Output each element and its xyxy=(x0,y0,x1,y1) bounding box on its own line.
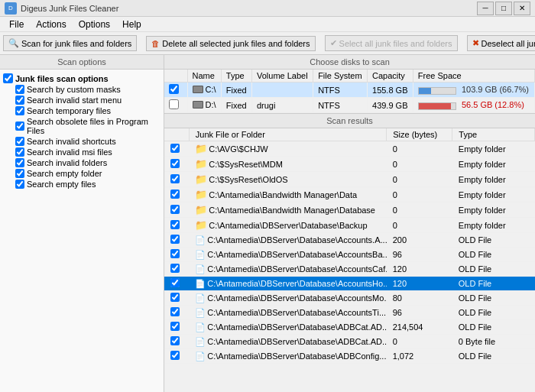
result-row-check[interactable] xyxy=(164,306,189,320)
disk-row[interactable]: C:\ Fixed NTFS 155.8 GB 103.9 GB (66.7%) xyxy=(164,83,535,98)
result-row-size: 120 xyxy=(387,262,452,277)
disk-header: Choose disks to scan xyxy=(164,55,535,70)
table-row[interactable]: 📄C:\Antamedia\DBServer\Database\Accounts… xyxy=(164,291,535,306)
app-title: Digeus Junk Files Cleaner xyxy=(21,4,118,13)
result-row-type: OLD File xyxy=(452,248,535,262)
menu-options[interactable]: Options xyxy=(73,18,116,31)
result-row-type: OLD File xyxy=(452,233,535,248)
result-row-size: 96 xyxy=(387,306,452,320)
deselect-all-button[interactable]: ✖ Deselect all junk files and folders xyxy=(467,35,535,51)
table-row[interactable]: 📄C:\Antamedia\DBServer\Database\Accounts… xyxy=(164,248,535,262)
result-row-size: 0 xyxy=(387,141,452,157)
file-icon: 📄 xyxy=(195,337,206,347)
table-row[interactable]: 📄C:\Antamedia\DBServer\Database\Accounts… xyxy=(164,262,535,277)
result-row-check[interactable] xyxy=(164,291,189,306)
table-row[interactable]: 📁C:\Antamedia\DBServer\Database\Backup 0… xyxy=(164,218,535,233)
close-button[interactable]: ✕ xyxy=(514,2,530,15)
result-row-type: OLD File xyxy=(452,277,535,291)
table-row[interactable]: 📁C:\$SysReset\MDM 0 Empty folder xyxy=(164,157,535,172)
table-row[interactable]: 📄C:\Antamedia\DBServer\Database\Accounts… xyxy=(164,306,535,320)
result-row-check[interactable] xyxy=(164,202,189,218)
option-invalid-shortcuts-checkbox[interactable] xyxy=(15,137,24,146)
title-bar: D Digeus Junk Files Cleaner ─ □ ✕ xyxy=(0,0,535,17)
table-row[interactable]: 📄C:\Antamedia\DBServer\Database\Accounts… xyxy=(164,233,535,248)
result-row-check[interactable] xyxy=(164,262,189,277)
maximize-button[interactable]: □ xyxy=(495,2,512,15)
result-row-path: 📄C:\Antamedia\DBServer\Database\Accounts… xyxy=(189,262,386,277)
menu-actions[interactable]: Actions xyxy=(30,18,72,31)
result-row-path: 📄C:\Antamedia\DBServer\Database\ADBConfi… xyxy=(189,349,386,364)
results-table-container[interactable]: Junk File or Folder Size (bytes) Type 📁C… xyxy=(164,128,535,392)
result-row-check[interactable] xyxy=(164,187,189,202)
option-obsolete-files-checkbox[interactable] xyxy=(15,121,24,131)
results-col-check xyxy=(164,128,189,141)
result-row-path: 📁C:\Antamedia\Bandwidth Manager\Data xyxy=(189,187,386,202)
option-invalid-shortcuts-label: Search invalid shortcuts xyxy=(27,137,116,146)
scan-icon: 🔍 xyxy=(8,38,19,48)
hdd-icon: D:\ xyxy=(193,100,216,109)
table-row[interactable]: 📁C:\Antamedia\Bandwidth Manager\Data 0 E… xyxy=(164,187,535,202)
result-row-check[interactable] xyxy=(164,218,189,233)
table-row[interactable]: 📄C:\Antamedia\DBServer\Database\ADBConfi… xyxy=(164,349,535,364)
result-row-path: 📁C:\Antamedia\DBServer\Database\Backup xyxy=(189,218,386,233)
folder-icon: 📁 xyxy=(195,219,207,231)
result-row-check[interactable] xyxy=(164,320,189,335)
disk-table: Name Type Volume Label File System Capac… xyxy=(164,70,535,113)
option-empty-files-checkbox[interactable] xyxy=(15,180,24,189)
option-empty-folder: Search empty folder xyxy=(3,168,160,179)
results-header: Scan results xyxy=(164,114,535,128)
option-custom-masks-checkbox[interactable] xyxy=(15,85,24,94)
disk-row-type: Fixed xyxy=(221,83,251,98)
result-row-size: 0 xyxy=(387,202,452,218)
menu-help[interactable]: Help xyxy=(116,18,148,31)
option-parent-checkbox[interactable] xyxy=(3,73,13,83)
result-row-path: 📁C:\Antamedia\Bandwidth Manager\Database xyxy=(189,202,386,218)
result-row-check[interactable] xyxy=(164,141,189,157)
option-invalid-folders-checkbox[interactable] xyxy=(15,158,24,167)
table-row[interactable]: 📄C:\Antamedia\DBServer\Database\ADBCat.A… xyxy=(164,335,535,349)
result-row-check[interactable] xyxy=(164,172,189,187)
delete-button[interactable]: 🗑 Delete all selected junk files and fol… xyxy=(146,36,315,51)
select-all-label: Select all junk files and folders xyxy=(339,39,452,48)
option-start-menu-checkbox[interactable] xyxy=(15,96,24,105)
result-row-check[interactable] xyxy=(164,157,189,172)
toolbar: 🔍 Scan for junk files and folders 🗑 Dele… xyxy=(0,32,535,55)
option-invalid-msi-checkbox[interactable] xyxy=(15,147,24,157)
result-row-check[interactable] xyxy=(164,349,189,364)
option-empty-folder-label: Search empty folder xyxy=(27,169,102,178)
option-start-menu-label: Search invalid start menu xyxy=(27,96,122,105)
disk-row-fs: NTFS xyxy=(313,98,368,113)
result-row-check[interactable] xyxy=(164,277,189,291)
folder-icon: 📁 xyxy=(195,173,207,185)
folder-icon: 📁 xyxy=(195,158,207,170)
results-section: Scan results Junk File or Folder Size (b… xyxy=(164,114,535,392)
results-col-type: Type xyxy=(452,128,535,141)
result-row-check[interactable] xyxy=(164,335,189,349)
result-row-path: 📁C:\$SysReset\MDM xyxy=(189,157,386,172)
scan-button[interactable]: 🔍 Scan for junk files and folders xyxy=(3,35,137,51)
option-empty-folder-checkbox[interactable] xyxy=(15,169,24,178)
result-row-size: 0 xyxy=(387,218,452,233)
table-row[interactable]: 📁C:\AVG\$CHJW 0 Empty folder xyxy=(164,141,535,157)
result-row-type: OLD File xyxy=(452,262,535,277)
disk-row-check[interactable] xyxy=(164,83,187,98)
disk-row-capacity: 439.9 GB xyxy=(368,98,413,113)
table-row[interactable]: 📄C:\Antamedia\DBServer\Database\ADBCat.A… xyxy=(164,320,535,335)
disk-row-check[interactable] xyxy=(164,98,187,113)
disk-col-name: Name xyxy=(187,70,221,83)
result-row-path: 📁C:\AVG\$CHJW xyxy=(189,141,386,157)
result-row-check[interactable] xyxy=(164,233,189,248)
table-row[interactable]: 📁C:\Antamedia\Bandwidth Manager\Database… xyxy=(164,202,535,218)
table-row[interactable]: 📁C:\$SysReset\OldOS 0 Empty folder xyxy=(164,172,535,187)
disk-row[interactable]: D:\ Fixed drugi NTFS 439.9 GB 56.5 GB (1… xyxy=(164,98,535,113)
menu-file[interactable]: File xyxy=(3,18,30,31)
select-all-button[interactable]: ✔ Select all junk files and folders xyxy=(325,35,458,51)
option-obsolete-files: Search obsolete files in Program Files xyxy=(3,116,160,136)
table-row[interactable]: 📄C:\Antamedia\DBServer\Database\Accounts… xyxy=(164,277,535,291)
result-row-path: 📄C:\Antamedia\DBServer\Database\Accounts… xyxy=(189,248,386,262)
option-invalid-msi: Search invalid msi files xyxy=(3,147,160,157)
option-temp-files-checkbox[interactable] xyxy=(15,106,24,115)
delete-label: Delete all selected junk files and folde… xyxy=(162,39,310,48)
minimize-button[interactable]: ─ xyxy=(477,2,494,15)
result-row-check[interactable] xyxy=(164,248,189,262)
